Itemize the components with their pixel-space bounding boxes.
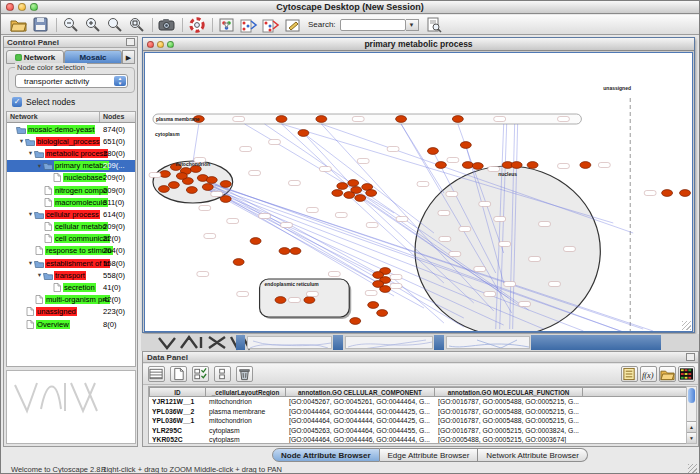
annotation-icon[interactable] [284,17,302,33]
node[interactable] [202,184,213,191]
node[interactable] [348,180,359,187]
view-minimize-button[interactable] [157,41,164,48]
node[interactable] [377,310,388,317]
node[interactable] [220,196,231,203]
node[interactable] [206,177,217,184]
node[interactable] [332,190,343,197]
node[interactable] [304,297,315,304]
expander-triangle-icon[interactable]: ▼ [27,150,34,156]
column-header[interactable]: annotation.GO MOLECULAR_FUNCTION [435,387,583,397]
node[interactable] [396,116,407,123]
float-panel-icon[interactable] [126,38,135,46]
table-row[interactable]: YKR052Ccytoplasm[GO:0044464, GO:0044446,… [149,435,687,444]
column-header[interactable]: _cellularLayoutRegion [206,387,286,397]
import-network-icon[interactable] [240,17,258,33]
node[interactable] [176,173,187,180]
node[interactable] [290,248,301,255]
save-icon[interactable] [32,17,50,33]
tree-row-secretion[interactable]: secretion41(0) [7,281,135,293]
help-lifesaver-icon[interactable] [188,17,206,33]
tree-row-macromolecule[interactable]: macromolecule311(0) [7,196,135,208]
vizmapper-icon[interactable] [218,17,236,33]
column-header[interactable]: ID [149,387,206,397]
view-zoom-button[interactable] [167,41,174,48]
zoom-selected-icon[interactable] [128,17,146,33]
node[interactable] [275,297,286,304]
node[interactable] [158,186,169,193]
formula-builder-icon[interactable]: f(x) [640,366,657,382]
node[interactable] [355,195,366,202]
import-attributes-icon[interactable] [659,366,676,382]
node[interactable] [373,272,384,279]
open-folder-icon[interactable] [10,17,28,33]
node[interactable] [511,162,522,169]
search-input[interactable] [340,19,406,31]
select-attributes-icon[interactable] [192,366,209,382]
table-row[interactable]: YPL036W__1mitochondrion[GO:0044464, GO:0… [149,416,687,426]
node[interactable] [373,281,384,288]
tab-mosaic[interactable]: Mosaic [64,50,122,64]
edge[interactable] [193,124,199,163]
tree-row-unassigned[interactable]: unassigned223(0) [7,306,135,318]
node[interactable] [452,116,463,123]
scroll-up-button[interactable]: ▲ [687,421,696,432]
data-panel-float-icon[interactable] [686,353,695,361]
expander-triangle-icon[interactable]: ▼ [27,260,34,266]
tree-row-primary-metabo[interactable]: ▼primary metabo209(... [7,160,135,172]
tree-row-mosaic-demo-yeast[interactable]: mosaic-demo-yeast874(0) [7,123,135,135]
search-dropdown-arrow-icon[interactable]: ▼ [406,19,419,31]
node-color-dropdown[interactable]: transporter activity ▲▼ [15,74,128,88]
expander-triangle-icon[interactable]: ▼ [36,272,43,278]
node[interactable] [316,116,327,123]
snapshot-camera-icon[interactable] [158,17,176,33]
heatmap-icon[interactable] [678,366,695,382]
scrollbar-thumb[interactable] [688,388,695,403]
advanced-search-icon[interactable] [425,17,443,33]
node[interactable] [168,182,179,189]
node[interactable] [427,148,438,155]
tree-row-cellular-process[interactable]: ▼cellular process614(0) [7,208,135,220]
column-nodes[interactable]: Nodes [100,112,135,122]
window-resize-grip[interactable] [688,464,697,473]
node[interactable] [462,162,473,169]
tree-row-cellular-metabo[interactable]: cellular metabo209(0) [7,221,135,233]
tab-network-attribute-browser[interactable]: Network Attribute Browser [478,448,587,462]
tree-row-biological-process[interactable]: ▼biological_process651(0) [7,135,135,147]
expander-triangle-icon[interactable]: ▼ [27,211,34,217]
network-view-titlebar[interactable]: primary metabolic process [143,38,694,51]
tree-row-overview[interactable]: Overview8(0) [7,318,135,330]
expander-triangle-icon[interactable]: ▼ [18,138,25,144]
node[interactable] [298,130,309,137]
table-scrollbar[interactable]: ▲ ▼ [686,386,697,444]
view-close-button[interactable] [147,41,154,48]
tree-row-cell-communicat[interactable]: cell communicat22(0) [7,233,135,245]
node[interactable] [368,302,379,309]
tab-overflow-button[interactable]: ▶ [122,50,135,64]
tree-row-multi-organism-pro[interactable]: multi-organism pro42(0) [7,294,135,306]
tab-node-attribute-browser[interactable]: Node Attribute Browser [272,448,380,462]
column-network[interactable]: Network [7,112,100,122]
node[interactable] [337,183,348,190]
select-nodes-checkbox[interactable]: ✓ [12,97,22,107]
expander-triangle-icon[interactable]: ▼ [36,163,43,169]
scroll-down-button[interactable]: ▼ [687,432,696,443]
table-row[interactable]: YLR295Ccytoplasm[GO:0045263, GO:0044464,… [149,426,687,436]
node[interactable] [527,162,538,169]
tree-row-transport[interactable]: ▼transport558(0) [7,269,135,281]
node[interactable] [159,171,170,178]
zoom-in-icon[interactable] [84,17,102,33]
node[interactable] [662,190,673,197]
tree-row-nitrogen-compo[interactable]: nitrogen compo209(0) [7,184,135,196]
column-header-filler[interactable] [583,387,687,397]
table-row[interactable]: YJR121W__1mitochondrion[GO:0045267, GO:0… [149,397,687,407]
region-plasma-membrane[interactable] [153,114,581,124]
tree-row-response-to-stimulu[interactable]: response to stimulu264(0) [7,245,135,257]
node[interactable] [435,162,446,169]
network-overview-panel[interactable] [6,370,136,444]
node[interactable] [250,238,261,245]
node[interactable] [350,318,361,325]
node[interactable] [220,181,231,188]
node[interactable] [472,163,483,170]
node[interactable] [580,162,591,169]
node[interactable] [279,248,290,255]
